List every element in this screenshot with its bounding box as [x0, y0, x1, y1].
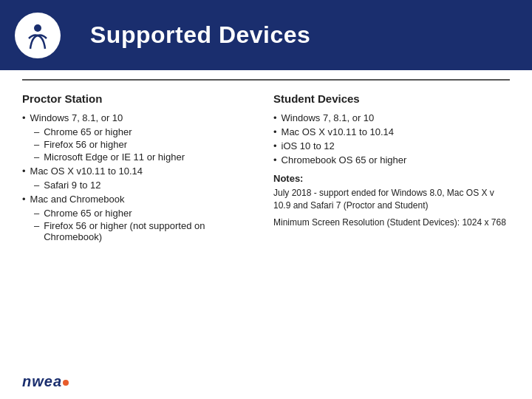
- list-item: • Windows 7, 8.1, or 10: [22, 112, 259, 123]
- notes-text-1: July 2018 - support ended for Windows 8.…: [273, 187, 510, 212]
- notes-label: Notes:: [273, 173, 510, 184]
- item-text: iOS 10 to 12: [282, 140, 335, 151]
- windows-sub-list: – Chrome 65 or higher – Firefox 56 or hi…: [34, 126, 259, 163]
- notes-text-2: Minimum Screen Resolution (Student Devic…: [273, 216, 510, 229]
- nwea-logo-icon: [23, 21, 52, 50]
- dash-icon: –: [34, 220, 39, 231]
- list-item: • Mac OS X v10.11 to 10.14: [273, 126, 510, 137]
- footer: nwea: [22, 373, 69, 390]
- proctor-section-title: Proctor Station: [22, 92, 259, 105]
- list-item: • Windows 7, 8.1, or 10: [273, 112, 510, 123]
- dash-icon: –: [34, 139, 39, 150]
- header: Supported Devices: [0, 0, 532, 70]
- item-text: Chromebook OS 65 or higher: [282, 154, 407, 166]
- list-item: – Safari 9 to 12: [34, 180, 259, 191]
- list-item: • Mac and Chromebook: [22, 194, 259, 205]
- list-item: – Microsoft Edge or IE 11 or higher: [34, 151, 259, 163]
- nwea-logo-text: nwea: [22, 373, 69, 389]
- list-item: – Firefox 56 or higher (not supported on…: [34, 220, 259, 242]
- logo-circle: [15, 13, 61, 58]
- dash-icon: –: [34, 180, 39, 191]
- page-title: Supported Devices: [90, 21, 310, 49]
- right-column: Student Devices • Windows 7, 8.1, or 10 …: [273, 92, 510, 245]
- sub-item-text: Chrome 65 or higher: [44, 208, 132, 219]
- nwea-wordmark: nwea: [22, 373, 62, 389]
- main-content: Proctor Station • Windows 7, 8.1, or 10 …: [0, 81, 532, 257]
- student-list: • Windows 7, 8.1, or 10 • Mac OS X v10.1…: [273, 112, 510, 166]
- svg-point-0: [34, 24, 41, 32]
- sub-item-text: Safari 9 to 12: [44, 180, 100, 191]
- sub-item-text: Chrome 65 or higher: [44, 126, 132, 137]
- list-item: – Chrome 65 or higher: [34, 208, 259, 219]
- list-item: – Firefox 56 or higher: [34, 139, 259, 150]
- dash-icon: –: [34, 208, 39, 219]
- bullet-icon: •: [273, 112, 277, 123]
- bullet-icon: •: [273, 126, 277, 137]
- item-text: Mac and Chromebook: [30, 194, 125, 205]
- chromebook-sub-list: – Chrome 65 or higher – Firefox 56 or hi…: [34, 208, 259, 242]
- sub-item-text: Firefox 56 or higher: [44, 139, 127, 150]
- mac-list: • Mac OS X v10.11 to 10.14: [22, 166, 259, 177]
- list-item: • iOS 10 to 12: [273, 140, 510, 151]
- dash-icon: –: [34, 151, 39, 163]
- sub-item-text: Firefox 56 or higher (not supported on C…: [44, 220, 259, 242]
- item-text: Windows 7, 8.1, or 10: [282, 112, 375, 123]
- bullet-icon: •: [273, 154, 277, 166]
- dash-icon: –: [34, 126, 39, 137]
- item-text: Windows 7, 8.1, or 10: [30, 112, 123, 123]
- proctor-list: • Windows 7, 8.1, or 10: [22, 112, 259, 123]
- item-text: Mac OS X v10.11 to 10.14: [30, 166, 143, 177]
- list-item: • Chromebook OS 65 or higher: [273, 154, 510, 166]
- sub-item-text: Microsoft Edge or IE 11 or higher: [44, 151, 185, 163]
- list-item: – Chrome 65 or higher: [34, 126, 259, 137]
- bullet-icon: •: [22, 112, 26, 123]
- list-item: • Mac OS X v10.11 to 10.14: [22, 166, 259, 177]
- nwea-dot-icon: [63, 380, 69, 386]
- bullet-icon: •: [22, 194, 26, 205]
- left-column: Proctor Station • Windows 7, 8.1, or 10 …: [22, 92, 259, 245]
- bullet-icon: •: [273, 140, 277, 151]
- chromebook-list: • Mac and Chromebook: [22, 194, 259, 205]
- bullet-icon: •: [22, 166, 26, 177]
- mac-sub-list: – Safari 9 to 12: [34, 180, 259, 191]
- item-text: Mac OS X v10.11 to 10.14: [282, 126, 394, 137]
- student-section-title: Student Devices: [273, 92, 510, 105]
